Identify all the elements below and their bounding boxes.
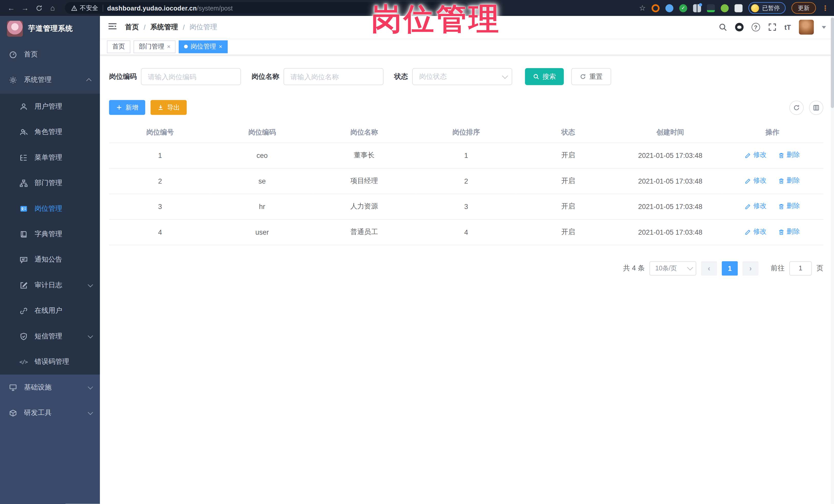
table-header-row: 岗位编号 岗位编码 岗位名称 岗位排序 状态 创建时间 操作: [109, 123, 824, 143]
sidebar-item-label: 审计日志: [35, 280, 62, 290]
cell-created: 2021-01-05 17:03:48: [619, 219, 721, 245]
shield-icon: [19, 332, 28, 341]
post-name-input[interactable]: [283, 68, 383, 85]
hamburger-icon[interactable]: [108, 22, 117, 33]
extension-green-icon[interactable]: [721, 4, 729, 12]
edit-link[interactable]: 修改: [745, 202, 767, 211]
sidebar-item-departments[interactable]: 部门管理: [0, 170, 100, 196]
sidebar-item-infrastructure[interactable]: 基础设施: [0, 375, 100, 400]
delete-link[interactable]: 删除: [778, 176, 800, 185]
browser-home-icon[interactable]: ⌂: [47, 2, 59, 14]
close-icon[interactable]: ×: [167, 44, 171, 49]
sidebar-item-online-users[interactable]: 在线用户: [0, 298, 100, 323]
app-logo-row[interactable]: 芋道管理系统: [0, 16, 100, 41]
tab-departments[interactable]: 部门管理 ×: [133, 40, 176, 53]
help-icon[interactable]: ?: [751, 23, 760, 31]
caret-down-icon[interactable]: [822, 26, 826, 28]
extension-blue-drop-icon[interactable]: [665, 4, 673, 12]
sidebar-item-home[interactable]: 首页: [0, 42, 100, 67]
search-button[interactable]: 搜索: [525, 68, 564, 85]
text-size-icon[interactable]: tT: [785, 23, 791, 31]
sidebar-item-menus[interactable]: 菜单管理: [0, 145, 100, 170]
extension-orange-ring-icon[interactable]: [652, 4, 659, 12]
col-post-name: 岗位名称: [313, 123, 415, 143]
sidebar-item-error-codes[interactable]: </> 错误码管理: [0, 349, 100, 374]
delete-link[interactable]: 删除: [778, 227, 800, 236]
sidebar-item-dictionary[interactable]: 字典管理: [0, 221, 100, 247]
browser-menu-icon[interactable]: ⋮: [822, 4, 829, 12]
add-button-label: 新增: [126, 103, 138, 112]
refresh-button[interactable]: [789, 101, 804, 115]
update-label: 更新: [798, 4, 810, 12]
bookmark-star-icon[interactable]: ☆: [639, 4, 645, 12]
page-number-button[interactable]: 1: [722, 261, 738, 275]
sidebar-bottom-section: 基础设施 研发工具: [0, 375, 100, 426]
scrollbar-thumb[interactable]: [831, 18, 834, 108]
page-size-select[interactable]: 10条/页: [650, 261, 696, 275]
extension-grid-icon[interactable]: [693, 4, 701, 12]
extension-gif-icon[interactable]: [707, 4, 715, 12]
cell-sort: 3: [415, 194, 517, 219]
tree-list-icon: [19, 153, 28, 162]
status-select[interactable]: 岗位状态: [412, 68, 512, 85]
prev-page-button[interactable]: ‹: [701, 261, 717, 275]
edit-link[interactable]: 修改: [745, 227, 767, 236]
edit-link[interactable]: 修改: [745, 151, 767, 160]
sidebar-item-notices[interactable]: 通知公告: [0, 247, 100, 272]
delete-link[interactable]: 删除: [778, 202, 800, 211]
github-icon[interactable]: [735, 23, 743, 31]
sidebar-item-dev-tools[interactable]: 研发工具: [0, 400, 100, 425]
cell-status: 开启: [517, 219, 619, 245]
breadcrumb-home[interactable]: 首页: [125, 22, 139, 32]
add-button[interactable]: 新增: [109, 100, 145, 115]
cell-status: 开启: [517, 168, 619, 194]
browser-back-icon[interactable]: ←: [5, 2, 17, 14]
edit-link[interactable]: 修改: [745, 176, 767, 185]
trash-icon: [778, 228, 785, 235]
paused-label: 已暂停: [762, 4, 780, 12]
breadcrumb: 首页 / 系统管理 / 岗位管理: [125, 22, 217, 32]
tab-home[interactable]: 首页: [107, 40, 130, 53]
reset-button[interactable]: 重置: [571, 68, 611, 85]
column-settings-button[interactable]: [809, 101, 824, 115]
extension-green-check-icon[interactable]: ✓: [679, 4, 687, 12]
chevron-down-icon: [502, 73, 508, 79]
close-icon[interactable]: ×: [219, 44, 222, 49]
breadcrumb-system[interactable]: 系统管理: [150, 22, 178, 32]
export-button[interactable]: 导出: [150, 100, 186, 115]
goto-page-input[interactable]: [789, 261, 812, 275]
sidebar-item-roles[interactable]: 角色管理: [0, 119, 100, 145]
goto-label: 前往: [771, 263, 785, 273]
paused-badge[interactable]: 已暂停: [748, 2, 786, 14]
browser-reload-icon[interactable]: [33, 2, 45, 14]
delete-link[interactable]: 删除: [778, 151, 800, 160]
sidebar-item-label: 基础设施: [24, 382, 51, 392]
screen: ← → ⌂ 不安全 dashboard.yudao.iocoder.cn/sys…: [0, 0, 834, 504]
user-avatar[interactable]: [799, 20, 814, 35]
chevron-down-icon: [88, 384, 93, 389]
delete-label: 删除: [787, 227, 800, 236]
sidebar-item-posts[interactable]: 岗位管理: [0, 196, 100, 221]
sidebar-item-audit-log[interactable]: 审计日志: [0, 272, 100, 298]
tab-posts[interactable]: 岗位管理 ×: [179, 40, 227, 53]
extension-puzzle-icon[interactable]: [735, 4, 743, 12]
col-created: 创建时间: [619, 123, 721, 143]
search-icon[interactable]: [719, 23, 727, 31]
not-secure-chip[interactable]: 不安全: [71, 4, 98, 12]
sidebar-item-users[interactable]: 用户管理: [0, 94, 100, 119]
post-code-input[interactable]: [141, 68, 241, 85]
update-button[interactable]: 更新: [791, 2, 816, 14]
fullscreen-icon[interactable]: [768, 23, 776, 31]
sidebar-item-sms[interactable]: 短信管理: [0, 324, 100, 349]
edit-label: 修改: [753, 151, 767, 160]
columns-icon: [813, 104, 820, 111]
cell-actions: 修改 删除: [721, 194, 824, 219]
delete-label: 删除: [787, 176, 800, 185]
sidebar-item-system[interactable]: 系统管理: [0, 67, 100, 92]
org-tree-icon: [19, 179, 28, 187]
delete-label: 删除: [787, 202, 800, 211]
browser-forward-icon[interactable]: →: [19, 2, 31, 14]
page-scrollbar[interactable]: [831, 16, 834, 504]
next-page-button[interactable]: ›: [743, 261, 759, 275]
url-path: /system/post: [197, 5, 233, 12]
